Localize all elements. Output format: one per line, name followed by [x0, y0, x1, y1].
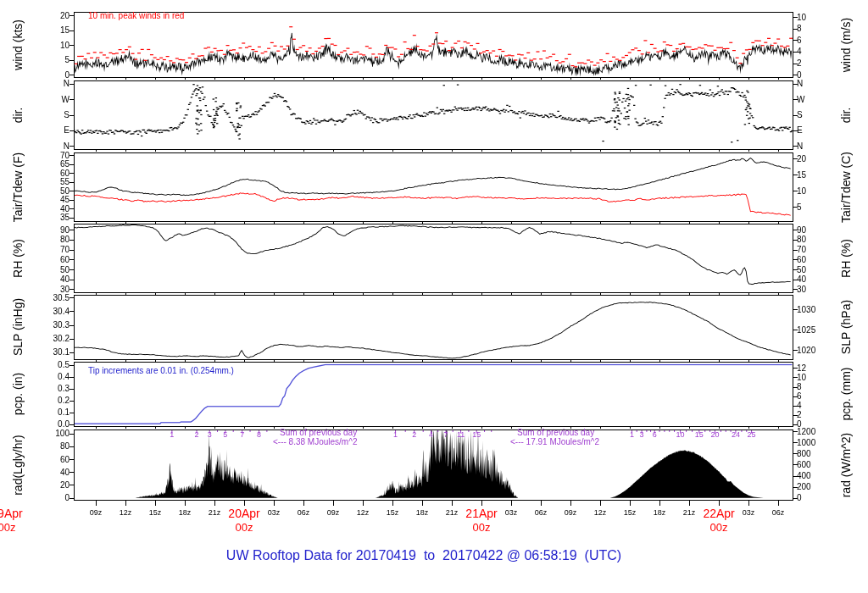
rad-progress-label: 8: [248, 430, 270, 439]
day-label-time: 00z: [693, 521, 744, 534]
rad-progress-label: 6: [643, 430, 665, 439]
axis-title-left: SLP (inHg): [11, 298, 25, 356]
y-tick-label: 90: [797, 225, 848, 235]
rad-progress-label: 1: [161, 430, 183, 439]
x-tick-label: 15z: [138, 508, 172, 517]
axis-title-left: rad(Lgly/hr): [11, 435, 25, 496]
sum-previous-day-value-1: <--- 8.38 MJoules/m^2: [273, 437, 357, 446]
y-tick-label: E: [797, 125, 848, 135]
wind-peak-note: 10 min. peak winds in red: [88, 11, 184, 20]
day-label-date: 20Apr: [219, 507, 270, 520]
y-tick-label: 0.5: [0, 360, 70, 369]
x-tick-label: 09z: [554, 508, 587, 517]
sum-previous-day-label-2: Sum of previous day: [517, 428, 594, 437]
tip-increment-note: Tip increments are 0.01 in. (0.254mm.): [88, 366, 234, 375]
meteogram-figure: 051015200246810wind (kts)wind (m/s)NWSEN…: [0, 0, 868, 593]
x-tick-label: 15z: [376, 508, 409, 517]
axis-title-right: dir.: [839, 107, 853, 123]
day-label-date: 21Apr: [456, 507, 507, 520]
x-tick-label: 15z: [613, 508, 647, 517]
x-tick-label: 18z: [643, 508, 676, 517]
axis-title-right: Tair/Tdew (C): [839, 151, 853, 222]
rad-progress-label: 20: [704, 430, 726, 439]
axis-title-right: RH (%): [839, 239, 853, 278]
x-tick-label: 09z: [316, 508, 350, 517]
y-tick-label: 90: [0, 225, 70, 235]
x-tick-label: 12z: [583, 508, 617, 517]
axis-title-right: wind (m/s): [839, 17, 853, 72]
rad-progress-label: 25: [741, 430, 763, 439]
x-tick-label: 18z: [405, 508, 439, 517]
y-tick-label: 0: [0, 70, 70, 80]
y-tick-label: 30: [797, 285, 848, 294]
x-tick-label: 09z: [79, 508, 113, 517]
axis-title-right: pcp. (mm): [839, 368, 853, 421]
y-tick-label: E: [0, 125, 70, 135]
x-tick-label: 12z: [346, 508, 380, 517]
x-tick-label: 06z: [524, 508, 558, 517]
day-label-date: 22Apr: [693, 507, 744, 520]
day-label-time: 00z: [219, 521, 270, 534]
y-tick-label: N: [797, 79, 848, 88]
axis-title-right: rad (W/m^2): [839, 432, 853, 497]
day-label-time: 00z: [0, 521, 32, 534]
axis-title-right: SLP (hPa): [839, 300, 853, 354]
axis-title-left: dir.: [11, 107, 25, 123]
day-label-date: 19Apr: [0, 507, 32, 520]
figure-title: UW Rooftop Data for 20170419 to 20170422…: [226, 548, 621, 563]
x-tick-label: 06z: [761, 508, 795, 517]
y-tick-label: N: [0, 79, 70, 88]
y-tick-label: 0.0: [0, 419, 70, 429]
y-tick-label: W: [797, 95, 848, 104]
y-tick-label: N: [797, 141, 848, 151]
sum-previous-day-value-2: <--- 17.91 MJoules/m^2: [510, 437, 599, 446]
axis-title-left: RH (%): [11, 239, 25, 278]
rad-progress-label: 15: [465, 430, 487, 439]
x-tick-label: 06z: [287, 508, 320, 517]
x-tick-label: 12z: [108, 508, 142, 517]
axis-title-left: Tair/Tdew (F): [11, 152, 25, 221]
meteogram-canvas: [0, 0, 868, 593]
y-tick-label: N: [0, 141, 70, 151]
y-tick-label: W: [0, 95, 70, 104]
sum-previous-day-label-1: Sum of previous day: [280, 428, 357, 437]
axis-title-left: wind (kts): [11, 19, 25, 70]
day-label-time: 00z: [456, 521, 507, 534]
x-tick-label: 18z: [168, 508, 202, 517]
axis-title-left: pcp. (in): [11, 373, 25, 416]
